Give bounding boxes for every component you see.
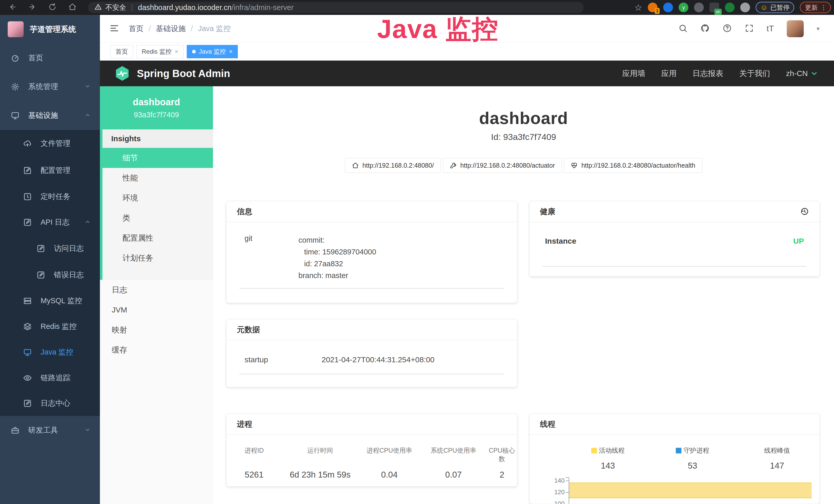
chrome-update-button[interactable]: 更新⋮	[800, 2, 831, 13]
breadcrumb-infrastructure[interactable]: 基础设施	[156, 24, 186, 34]
menu-item-classes[interactable]: 类	[103, 208, 213, 228]
extension-pin-icon[interactable]	[663, 3, 673, 12]
not-secure-warning-icon	[94, 3, 102, 12]
locale-selector[interactable]: zh-CN	[786, 69, 817, 78]
reload-icon[interactable]	[48, 3, 57, 12]
sidebar-item-access-logs[interactable]: 访问日志	[0, 235, 100, 262]
hamburger-icon[interactable]	[109, 23, 119, 35]
breadcrumb-separator: /	[191, 24, 193, 33]
home-icon[interactable]	[68, 3, 76, 12]
forward-icon[interactable]	[28, 3, 37, 12]
instance-header[interactable]: dashboard 93a3fc7f7409	[100, 86, 213, 130]
menu-item-logs[interactable]: 日志	[100, 280, 213, 300]
insights-section-label: Insights	[103, 130, 213, 148]
close-icon[interactable]: ×	[229, 48, 233, 55]
gauge-icon	[11, 54, 20, 62]
history-icon[interactable]	[800, 207, 809, 216]
infrastructure-submenu: 文件管理 配置管理 定时任务 API 日志 访问日志 错误日志	[0, 130, 100, 416]
tab-home[interactable]: 首页	[110, 45, 133, 58]
app-logo[interactable]: 芋道管理系统	[0, 15, 100, 44]
back-icon[interactable]	[8, 3, 17, 12]
sidebar-item-home[interactable]: 首页	[0, 44, 100, 72]
tab-redis-monitor[interactable]: Redis 监控×	[136, 45, 184, 58]
fullscreen-icon[interactable]	[745, 24, 754, 34]
menu-item-mappings[interactable]: 映射	[100, 320, 213, 340]
y-tick-label: 120	[547, 488, 565, 496]
extension-on-badge: on	[714, 9, 722, 15]
extension-grid-icon[interactable]	[694, 3, 704, 12]
sba-brand[interactable]: Spring Boot Admin	[100, 66, 230, 82]
menu-item-jvm[interactable]: JVM	[100, 300, 213, 320]
sidebar-item-file-mgmt[interactable]: 文件管理	[0, 130, 100, 157]
bookmark-star-icon[interactable]: ☆	[634, 2, 642, 13]
process-col-sys-cpu: 系统CPU使用率	[420, 446, 487, 463]
sidebar-item-log-center[interactable]: 日志中心	[0, 391, 100, 416]
tab-java-monitor[interactable]: Java 监控×	[187, 45, 238, 58]
browser-nav-buttons	[0, 3, 76, 12]
y-tick-label: 100	[547, 500, 565, 504]
annotation-java-monitor: Java 监控	[377, 12, 499, 47]
menu-item-metrics[interactable]: 性能	[103, 168, 213, 188]
address-bar[interactable]: 不安全 dashboard.yudao.iocoder.cn/infra/adm…	[88, 2, 584, 13]
info-value: commit: time: 1596289704000 id: 27aa832 …	[299, 234, 376, 281]
extension-y-icon[interactable]: y	[679, 3, 688, 12]
sidebar-item-mysql-monitor[interactable]: MySQL 监控	[0, 288, 100, 314]
toolbox-icon	[11, 426, 20, 435]
sidebar-item-java-monitor[interactable]: Java 监控	[0, 339, 100, 365]
browser-right-cluster: ☆ 1 y on ☺已暂停 更新⋮	[634, 2, 834, 13]
sidebar-item-error-logs[interactable]: 错误日志	[0, 262, 100, 288]
close-icon[interactable]: ×	[175, 48, 178, 55]
chevron-down-icon	[811, 70, 817, 77]
help-icon[interactable]	[723, 24, 732, 34]
sba-nav: 应用墙 应用 日志报表 关于我们 zh-CN	[622, 68, 834, 79]
health-url-button[interactable]: http://192.168.0.2:48080/actuator/health	[564, 158, 702, 173]
github-icon[interactable]	[700, 24, 710, 34]
metadata-value: 2021-04-27T00:44:31.254+08:00	[322, 356, 435, 364]
process-col-cpus: CPU核心数	[487, 446, 517, 463]
sidebar-item-system-mgmt[interactable]: 系统管理	[0, 72, 100, 101]
menu-item-caches[interactable]: 缓存	[100, 340, 213, 360]
sba-nav-about[interactable]: 关于我们	[739, 68, 770, 79]
sidebar-item-dev-tools[interactable]: 研发工具	[0, 416, 100, 445]
process-table: 进程ID 运行时间 进程CPU使用率 系统CPU使用率 CPU核心数 5261 …	[226, 435, 517, 480]
chevron-up-icon	[85, 218, 91, 227]
sidebar-item-redis-monitor[interactable]: Redis 监控	[0, 314, 100, 339]
eye-icon	[23, 373, 32, 382]
sba-nav-applications[interactable]: 应用	[661, 68, 677, 79]
search-icon[interactable]	[678, 24, 687, 34]
service-url-button[interactable]: http://192.168.0.2:48080/	[345, 158, 441, 173]
sba-main: dashboard Id: 93a3fc7f7409 http://192.16…	[213, 86, 834, 504]
extension-orange-icon[interactable]: 1	[648, 3, 658, 12]
sba-header: Spring Boot Admin 应用墙 应用 日志报表 关于我们 zh-CN	[100, 61, 834, 86]
sidebar-item-api-logs[interactable]: API 日志	[0, 209, 100, 235]
sidebar-item-scheduled-jobs[interactable]: 定时任务	[0, 184, 100, 209]
status-badge: UP	[793, 237, 804, 246]
sidebar-item-config-mgmt[interactable]: 配置管理	[0, 157, 100, 184]
threads-card-title: 线程	[530, 414, 819, 435]
extension-leaf-icon[interactable]	[725, 3, 734, 12]
breadcrumb-home[interactable]: 首页	[129, 24, 144, 34]
sba-nav-wallboard[interactable]: 应用墙	[622, 68, 645, 79]
avatar-caret-icon[interactable]: ▾	[816, 25, 820, 32]
menu-kebab-icon[interactable]: ⋮	[820, 4, 827, 11]
sidebar-item-tracing[interactable]: 链路追踪	[0, 365, 100, 391]
font-size-icon[interactable]: tT	[767, 24, 774, 33]
instance-id: 93a3fc7f7409	[134, 111, 179, 119]
legend-daemon-threads: 守护进程	[650, 446, 734, 455]
profile-paused-chip[interactable]: ☺已暂停	[756, 2, 794, 13]
actuator-url-button[interactable]: http://192.168.0.2:48080/actuator	[443, 158, 562, 173]
menu-item-config-props[interactable]: 配置属性	[103, 228, 213, 248]
process-col-pid: 进程ID	[226, 446, 282, 463]
sba-nav-journal[interactable]: 日志报表	[693, 68, 723, 79]
edit-icon	[23, 166, 32, 175]
menu-item-scheduled-tasks[interactable]: 计划任务	[103, 248, 213, 268]
sidebar-item-infrastructure[interactable]: 基础设施	[0, 101, 100, 130]
menu-item-environment[interactable]: 环境	[103, 188, 213, 208]
menu-item-details[interactable]: 细节	[103, 148, 213, 168]
extension-switch-icon[interactable]: on	[709, 3, 719, 12]
user-avatar[interactable]	[787, 20, 804, 37]
process-card-title: 进程	[226, 414, 517, 435]
extensions-puzzle-icon[interactable]	[740, 3, 750, 12]
edit-icon	[37, 271, 45, 279]
sba-sidebar: dashboard 93a3fc7f7409 Insights 细节 性能 环境…	[100, 86, 213, 504]
